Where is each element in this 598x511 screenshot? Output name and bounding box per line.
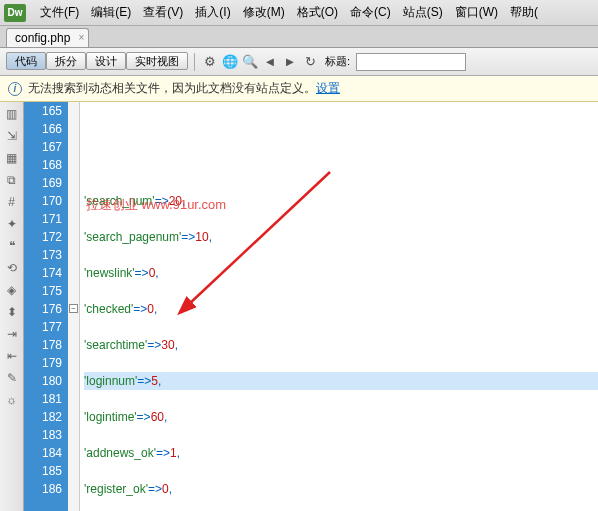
apply-comment-icon[interactable]: ❝ bbox=[4, 238, 20, 254]
line-number: 184 bbox=[24, 444, 62, 462]
view-button[interactable]: 实时视图 bbox=[126, 52, 188, 70]
code-line[interactable]: 'newslink'=>0, bbox=[84, 264, 598, 282]
file-tab-label: config.php bbox=[15, 31, 70, 45]
line-number: 186 bbox=[24, 480, 62, 498]
select-parent-icon[interactable]: ▦ bbox=[4, 150, 20, 166]
view-button[interactable]: 代码 bbox=[6, 52, 46, 70]
menubar: Dw 文件(F)编辑(E)查看(V)插入(I)修改(M)格式(O)命令(C)站点… bbox=[0, 0, 598, 26]
title-input[interactable] bbox=[356, 53, 466, 71]
code-line[interactable] bbox=[84, 498, 598, 511]
line-number: 165 bbox=[24, 102, 62, 120]
code-area[interactable]: 拉速创业 www.91ur.com 'search_num'=>20,'sear… bbox=[80, 102, 598, 511]
code-line[interactable]: 'searchtime'=>30, bbox=[84, 336, 598, 354]
line-number: 168 bbox=[24, 156, 62, 174]
code-line[interactable]: 'addnews_ok'=>1, bbox=[84, 444, 598, 462]
recent-snippets-icon[interactable]: ◈ bbox=[4, 282, 20, 298]
code-line[interactable] bbox=[84, 354, 598, 372]
menu-item[interactable]: 站点(S) bbox=[397, 3, 449, 21]
line-gutter: 1651661671681691701711721731741751761771… bbox=[24, 102, 68, 511]
info-icon: i bbox=[8, 82, 22, 96]
code-line[interactable]: 'search_pagenum'=>10, bbox=[84, 228, 598, 246]
line-number: 166 bbox=[24, 120, 62, 138]
menu-item[interactable]: 编辑(E) bbox=[85, 3, 137, 21]
code-line[interactable]: 'checked'=>0, bbox=[84, 300, 598, 318]
code-line[interactable] bbox=[84, 282, 598, 300]
line-number: 173 bbox=[24, 246, 62, 264]
line-number: 183 bbox=[24, 426, 62, 444]
indent-icon[interactable]: ⇥ bbox=[4, 326, 20, 342]
menu-item[interactable]: 格式(O) bbox=[291, 3, 344, 21]
menu-item[interactable]: 文件(F) bbox=[34, 3, 85, 21]
line-number: 167 bbox=[24, 138, 62, 156]
move-css-icon[interactable]: ⬍ bbox=[4, 304, 20, 320]
line-number: 172 bbox=[24, 228, 62, 246]
code-line[interactable]: 'search_num'=>20, bbox=[84, 192, 598, 210]
menu-item[interactable]: 查看(V) bbox=[137, 3, 189, 21]
format-icon[interactable]: ✎ bbox=[4, 370, 20, 386]
line-number: 169 bbox=[24, 174, 62, 192]
code-line[interactable] bbox=[84, 462, 598, 480]
line-number: 178 bbox=[24, 336, 62, 354]
line-number: 185 bbox=[24, 462, 62, 480]
close-icon[interactable]: × bbox=[79, 32, 85, 43]
line-number: 175 bbox=[24, 282, 62, 300]
line-number: 181 bbox=[24, 390, 62, 408]
view-button[interactable]: 拆分 bbox=[46, 52, 86, 70]
info-settings-link[interactable]: 设置 bbox=[316, 80, 340, 97]
title-label: 标题: bbox=[325, 54, 350, 69]
app-logo: Dw bbox=[4, 4, 26, 22]
code-line[interactable] bbox=[84, 174, 598, 192]
code-line[interactable]: 'loginnum'=>5, bbox=[84, 372, 598, 390]
view-toolbar: 代码拆分设计实时视图 ⚙ 🌐 🔍 ◄ ► ↻ 标题: bbox=[0, 48, 598, 76]
line-number: 174 bbox=[24, 264, 62, 282]
editor: ▥ ⇲ ▦ ⧉ # ✦ ❝ ⟲ ◈ ⬍ ⇥ ⇤ ✎ ☼ 165166167168… bbox=[0, 102, 598, 511]
nav-back-icon[interactable]: ◄ bbox=[261, 53, 279, 71]
toolbar-separator bbox=[194, 53, 195, 71]
info-text: 无法搜索到动态相关文件，因为此文档没有站点定义。 bbox=[28, 80, 316, 97]
line-numbers-icon[interactable]: # bbox=[4, 194, 20, 210]
info-bar: i 无法搜索到动态相关文件，因为此文档没有站点定义。 设置 bbox=[0, 76, 598, 102]
outdent-icon[interactable]: ⇤ bbox=[4, 348, 20, 364]
code-line[interactable]: 'logintime'=>60, bbox=[84, 408, 598, 426]
menu-items: 文件(F)编辑(E)查看(V)插入(I)修改(M)格式(O)命令(C)站点(S)… bbox=[34, 4, 544, 21]
inspect-icon[interactable]: 🔍 bbox=[241, 53, 259, 71]
code-line[interactable]: 'register_ok'=>0, bbox=[84, 480, 598, 498]
file-tabbar: config.php × bbox=[0, 26, 598, 48]
wrap-tag-icon[interactable]: ⟲ bbox=[4, 260, 20, 276]
code-line[interactable] bbox=[84, 426, 598, 444]
code-line[interactable] bbox=[84, 390, 598, 408]
menu-item[interactable]: 窗口(W) bbox=[449, 3, 504, 21]
fold-column: − bbox=[68, 102, 80, 511]
menu-item[interactable]: 帮助( bbox=[504, 3, 544, 21]
line-number: 170 bbox=[24, 192, 62, 210]
syntax-icon[interactable]: ☼ bbox=[4, 392, 20, 408]
nav-forward-icon[interactable]: ► bbox=[281, 53, 299, 71]
view-button[interactable]: 设计 bbox=[86, 52, 126, 70]
refresh-icon[interactable]: ↻ bbox=[301, 53, 319, 71]
balance-braces-icon[interactable]: ⧉ bbox=[4, 172, 20, 188]
line-number: 176 bbox=[24, 300, 62, 318]
vertical-toolbar: ▥ ⇲ ▦ ⧉ # ✦ ❝ ⟲ ◈ ⬍ ⇥ ⇤ ✎ ☼ bbox=[0, 102, 24, 511]
live-code-icon[interactable]: ⚙ bbox=[201, 53, 219, 71]
code-line[interactable] bbox=[84, 318, 598, 336]
menu-item[interactable]: 命令(C) bbox=[344, 3, 397, 21]
collapse-icon[interactable]: ⇲ bbox=[4, 128, 20, 144]
line-number: 180 bbox=[24, 372, 62, 390]
line-number: 171 bbox=[24, 210, 62, 228]
fold-toggle-icon[interactable]: − bbox=[69, 304, 78, 313]
globe-icon[interactable]: 🌐 bbox=[221, 53, 239, 71]
code-line[interactable] bbox=[84, 210, 598, 228]
code-line[interactable] bbox=[84, 246, 598, 264]
line-number: 182 bbox=[24, 408, 62, 426]
line-number: 179 bbox=[24, 354, 62, 372]
file-tab-config[interactable]: config.php × bbox=[6, 28, 89, 47]
open-docs-icon[interactable]: ▥ bbox=[4, 106, 20, 122]
menu-item[interactable]: 插入(I) bbox=[189, 3, 236, 21]
menu-item[interactable]: 修改(M) bbox=[237, 3, 291, 21]
line-number: 177 bbox=[24, 318, 62, 336]
highlight-icon[interactable]: ✦ bbox=[4, 216, 20, 232]
